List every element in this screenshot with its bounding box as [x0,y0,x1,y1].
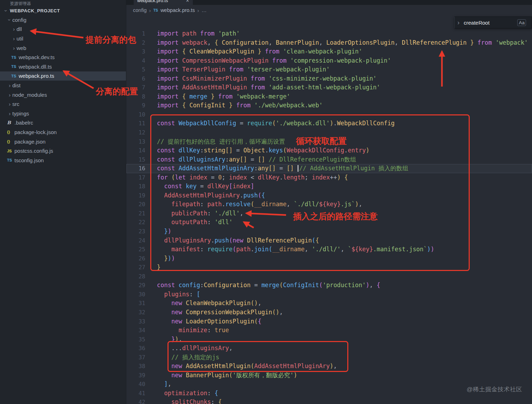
breadcrumb-item-config[interactable]: config [133,7,147,13]
line-number[interactable]: 41 [126,389,145,398]
line-number[interactable]: 6 [126,74,145,83]
code-line-16[interactable]: 16const AddAssetHtmlPluginAry:any[] = []… [126,164,532,173]
line-number[interactable]: 1 [126,29,145,38]
breadcrumb-item-more[interactable]: … [202,7,207,13]
line-number[interactable]: 31 [126,299,145,308]
code-line-20[interactable]: 20 filepath: path.resolve(__dirname, `./… [126,200,532,209]
file-tree-item-typings[interactable]: ›typings [0,109,126,118]
line-number[interactable]: 13 [126,137,145,146]
code-line-15[interactable]: 15const dllPluginsAry:any[] = [] // DllR… [126,155,532,164]
line-number[interactable]: 8 [126,92,145,101]
line-number[interactable]: 11 [126,119,145,128]
code-line-25[interactable]: 25 manifest: require(path.join(__dirname… [126,245,532,254]
line-number[interactable]: 7 [126,83,145,92]
file-tree-item-package.json[interactable]: {}package.json [0,137,126,146]
match-case-button[interactable]: Aa [517,19,526,26]
line-number[interactable]: 17 [126,173,145,182]
line-number[interactable]: 33 [126,317,145,326]
line-number[interactable]: 5 [126,65,145,74]
file-tree-item-.babelrc[interactable]: B.babelrc [0,118,126,128]
code-line-5[interactable]: 5import TerserPlugin from 'terser-webpac… [126,65,532,74]
line-number[interactable]: 40 [126,380,145,389]
project-root-folder[interactable]: › WEBPACK_PROJECT [0,6,126,15]
code-editor[interactable]: 1import path from 'path'2import webpack,… [126,15,532,404]
code-line-28[interactable]: 28 [126,272,532,281]
code-line-4[interactable]: 4import CompressionWebpackPlugin from 'c… [126,56,532,65]
file-tree-item-web[interactable]: ›web [0,43,126,53]
file-tree-item-tsconfig.json[interactable]: TStsconfig.json [0,156,126,165]
file-tree-item-node_modules[interactable]: ›node_modules [0,90,126,100]
code-line-22[interactable]: 22 outputPath: 'dll' [126,218,532,227]
code-line-13[interactable]: 13// 提前打包好的信息 进行引用，循环遍历设置 [126,137,532,146]
line-number[interactable]: 42 [126,398,145,404]
line-number[interactable]: 9 [126,101,145,110]
line-number[interactable]: 29 [126,281,145,290]
code-line-37[interactable]: 37 // 插入指定的js [126,353,532,362]
code-line-8[interactable]: 8import { merge } from 'webpack-merge' [126,92,532,101]
file-tree-item-webpack.pro.ts[interactable]: TSwebpack.pro.ts [0,71,126,81]
tab-webpack-pro-ts[interactable]: webpack.pro.ts ✕ [134,0,193,5]
code-line-42[interactable]: 42 splitChunks: { [126,398,532,404]
file-tree-item-dist[interactable]: ›dist [0,81,126,90]
code-line-23[interactable]: 23 }) [126,227,532,236]
code-line-17[interactable]: 17for (let index = 0; index < dllKey.len… [126,173,532,182]
code-line-6[interactable]: 6import CssMinimizerPlugin from 'css-min… [126,74,532,83]
code-line-21[interactable]: 21 publicPath: './dll', [126,209,532,218]
line-number[interactable]: 16 [126,164,145,173]
code-line-26[interactable]: 26 })) [126,254,532,263]
code-line-18[interactable]: 18 const key = dllKey[index] [126,182,532,191]
file-tree-item-config[interactable]: ›config [0,15,126,25]
line-number[interactable]: 35 [126,335,145,344]
code-line-31[interactable]: 31 new CleanWebpackPlugin(), [126,299,532,308]
code-line-32[interactable]: 32 new CompressionWebpackPlugin(), [126,308,532,317]
line-number[interactable]: 28 [126,272,145,281]
code-line-27[interactable]: 27} [126,263,532,272]
code-line-14[interactable]: 14const dllKey:string[] = Object.keys(We… [126,146,532,155]
code-line-3[interactable]: 3import { CleanWebpackPlugin } from 'cle… [126,47,532,56]
line-number[interactable]: 21 [126,209,145,218]
line-number[interactable]: 18 [126,182,145,191]
file-tree-item-package-lock.json[interactable]: {}package-lock.json [0,127,126,137]
line-number[interactable]: 23 [126,227,145,236]
code-line-12[interactable]: 12 [126,128,532,137]
file-tree-item-postcss.config.js[interactable]: JSpostcss.config.js [0,146,126,156]
find-input[interactable]: createRoot [464,20,517,26]
file-tree-item-dll[interactable]: ›dll [0,25,126,34]
line-number[interactable]: 37 [126,353,145,362]
line-number[interactable]: 34 [126,326,145,335]
line-number[interactable]: 26 [126,254,145,263]
line-number[interactable]: 2 [126,38,145,48]
code-line-7[interactable]: 7import AddAssetHtmlPlugin from 'add-ass… [126,83,532,92]
line-number[interactable]: 36 [126,344,145,353]
close-icon[interactable]: ✕ [186,0,189,5]
code-line-10[interactable]: 10 [126,110,532,119]
line-number[interactable]: 20 [126,200,145,209]
line-number[interactable]: 30 [126,290,145,299]
code-line-38[interactable]: 38 new AddAssetHtmlPlugin(AddAssetHtmlPl… [126,362,532,371]
line-number[interactable]: 32 [126,308,145,317]
line-number[interactable]: 25 [126,245,145,254]
code-line-29[interactable]: 29const config:Configuration = merge(Con… [126,281,532,290]
code-line-2[interactable]: 2import webpack, { Configuration, Banner… [126,38,532,48]
line-number[interactable]: 19 [126,191,145,200]
code-line-19[interactable]: 19 AddAssetHtmlPluginAry.push({ [126,191,532,200]
code-line-36[interactable]: 36 ...dllPluginsAry, [126,344,532,353]
code-line-9[interactable]: 9import { ConfigInit } from './web/webpa… [126,101,532,110]
code-line-34[interactable]: 34 minimize: true [126,326,532,335]
line-number[interactable]: 39 [126,371,145,380]
line-number[interactable]: 15 [126,155,145,164]
code-line-35[interactable]: 35 }), [126,335,532,344]
line-number[interactable]: 38 [126,362,145,371]
chevron-right-icon[interactable]: › [457,19,460,26]
file-tree-item-webpack.dev.ts[interactable]: TSwebpack.dev.ts [0,52,126,62]
code-line-30[interactable]: 30 plugins: [ [126,290,532,299]
line-number[interactable]: 10 [126,110,145,119]
code-line-33[interactable]: 33 new LoaderOptionsPlugin({ [126,317,532,326]
line-number[interactable]: 12 [126,128,145,137]
line-number[interactable]: 24 [126,236,145,245]
file-tree-item-util[interactable]: ›util [0,34,126,43]
code-line-1[interactable]: 1import path from 'path' [126,29,532,38]
code-line-39[interactable]: 39 new BannerPlugin('版权所有，翻版必究') [126,371,532,380]
line-number[interactable]: 3 [126,47,145,56]
code-line-24[interactable]: 24 dllPluginsAry.push(new DllReferencePl… [126,236,532,245]
